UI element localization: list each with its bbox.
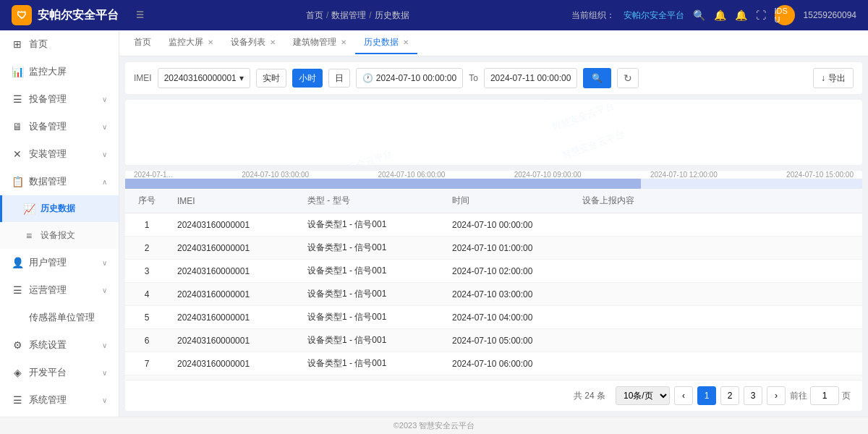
- top-header: 🛡 安帕尔安全平台 ☰ 首页 / 数据管理 / 历史数据 当前组织： 安帕尔安全…: [0, 0, 868, 30]
- cell-type: 设备类型1 - 信号001: [299, 260, 443, 283]
- time-start-input[interactable]: 🕐 2024-07-10 00:00:00: [356, 68, 463, 88]
- sidebar: ⊞ 首页 📊 监控大屏 ☰ 投备管理 ∨ 🖥 设备管理 ∨ ✕ 安装管理 ∨ 📋…: [0, 30, 119, 417]
- cell-seq: 7: [125, 352, 169, 375]
- content-area: 首页 监控大屏 ✕ 设备列表 ✕ 建筑物管理 ✕ 历史数据 ✕ IMEI: [119, 30, 868, 417]
- table-row: 7 202403160000001 设备类型1 - 信号001 2024-07-…: [125, 352, 862, 375]
- cell-content: [574, 306, 862, 329]
- data-arrow: ∧: [102, 178, 107, 186]
- footer-text: ©2023 智慧安全云平台: [393, 421, 475, 430]
- day-btn[interactable]: 日: [328, 69, 350, 88]
- sidebar-item-sysmanage[interactable]: ☰ 系统管理 ∨: [0, 386, 119, 414]
- export-label: 导出: [828, 72, 846, 85]
- page-content: IMEI 202403160000001 ▾ 实时 小时 日 🕐 2024-07…: [119, 56, 868, 417]
- table-row: 1 202403160000001 设备类型1 - 信号001 2024-07-…: [125, 213, 862, 237]
- page-jump-input[interactable]: [810, 386, 839, 405]
- sysmanage-icon: ☰: [12, 394, 23, 406]
- chart-area: 智慧安全云平台智慧安全云平台智慧安全云平台智慧安全云平台 智慧安全云平台智慧安全…: [125, 100, 862, 165]
- breadcrumb-home[interactable]: 首页: [306, 9, 323, 22]
- clock-icon: 🕐: [362, 73, 373, 83]
- sidebar-item-history[interactable]: 📈 历史数据: [0, 195, 119, 222]
- sidebar-item-sensor[interactable]: 传感器单位管理: [0, 304, 119, 331]
- cell-imei: 202403160000001: [169, 306, 299, 329]
- sidebar-item-device[interactable]: 🖥 设备管理 ∨: [0, 113, 119, 140]
- watermark: 智慧安全云平台智慧安全云平台智慧安全云平台智慧安全云平台 智慧安全云平台智慧安全…: [125, 100, 862, 165]
- sidebar-item-install[interactable]: ✕ 安装管理 ∨: [0, 140, 119, 168]
- breadcrumb-sep2: /: [369, 10, 371, 20]
- timeline-handle[interactable]: [125, 179, 641, 189]
- export-button[interactable]: ↓ 导出: [813, 68, 854, 88]
- search-header-icon[interactable]: 🔍: [693, 9, 705, 21]
- history-icon: 📈: [23, 203, 35, 215]
- tab-monitor-close[interactable]: ✕: [208, 38, 213, 46]
- prev-page-btn[interactable]: ‹: [674, 386, 693, 405]
- cell-time: 2024-07-10 05:00:00: [443, 329, 574, 352]
- cell-content: [574, 352, 862, 375]
- page-jump: 前往 页: [790, 386, 851, 405]
- sidebar-item-invest[interactable]: ☰ 投备管理 ∨: [0, 85, 119, 113]
- table-section: 2024-07-1... 2024-07-10 03:00:00 2024-07…: [125, 171, 862, 411]
- data-table: 序号 IMEI 类型 - 型号 时间 设备上报内容 1 202403160000…: [125, 189, 862, 380]
- hour-btn[interactable]: 小时: [292, 69, 323, 88]
- tab-home[interactable]: 首页: [125, 32, 160, 54]
- cell-time: 2024-07-10 02:00:00: [443, 260, 574, 283]
- to-label: To: [469, 73, 478, 83]
- cell-imei: 202403160000001: [169, 260, 299, 283]
- sidebar-item-settings[interactable]: ⚙ 系统设置 ∨: [0, 331, 119, 359]
- tab-building-close[interactable]: ✕: [341, 38, 346, 46]
- timeline-scroll[interactable]: [125, 179, 862, 189]
- user-icon: 👤: [12, 257, 23, 268]
- breadcrumb: 首页 / 数据管理 / 历史数据: [306, 9, 409, 22]
- tab-device-list-close[interactable]: ✕: [270, 38, 276, 46]
- tl-3: 2024-07-10 06:00:00: [378, 171, 445, 179]
- tl-4: 2024-07-10 09:00:00: [514, 171, 582, 179]
- header-menu-icon[interactable]: ☰: [136, 10, 144, 20]
- tab-device-list-label: 设备列表: [231, 36, 265, 48]
- sidebar-item-data[interactable]: 📋 数据管理 ∧: [0, 168, 119, 195]
- devplatform-icon: ◈: [12, 367, 23, 378]
- fullscreen-icon[interactable]: ⛶: [756, 9, 766, 21]
- ops-icon: ☰: [12, 284, 23, 296]
- sidebar-item-report[interactable]: ≡ 设备报文: [0, 222, 119, 249]
- sidebar-label-ops: 运营管理: [29, 284, 67, 297]
- sidebar-item-ops[interactable]: ☰ 运营管理 ∨: [0, 276, 119, 304]
- realtime-btn[interactable]: 实时: [256, 69, 286, 88]
- page-unit: 页: [842, 390, 851, 402]
- sidebar-label-user: 用户管理: [29, 256, 67, 269]
- jump-label: 前往: [790, 390, 807, 402]
- filter-bar: IMEI 202403160000001 ▾ 实时 小时 日 🕐 2024-07…: [125, 62, 862, 94]
- cell-content: [574, 329, 862, 352]
- avatar[interactable]: IDS U: [775, 5, 795, 25]
- sidebar-item-devplatform[interactable]: ◈ 开发平台 ∨: [0, 359, 119, 386]
- page-btn-1[interactable]: 1: [697, 386, 716, 405]
- org-label: 当前组织：: [571, 9, 615, 22]
- col-header-seq: 序号: [125, 189, 169, 213]
- total-count: 共 24 条: [574, 390, 605, 402]
- cell-imei: 202403160000001: [169, 237, 299, 260]
- sidebar-label-report: 设备报文: [41, 229, 75, 242]
- cell-seq: 5: [125, 306, 169, 329]
- sidebar-item-user[interactable]: 👤 用户管理 ∨: [0, 249, 119, 276]
- time-end-input[interactable]: 2024-07-11 00:00:00: [484, 68, 577, 88]
- breadcrumb-data[interactable]: 数据管理: [331, 9, 366, 22]
- sidebar-item-home[interactable]: ⊞ 首页: [0, 30, 119, 58]
- tab-device-list[interactable]: 设备列表 ✕: [222, 32, 284, 54]
- tab-monitor[interactable]: 监控大屏 ✕: [160, 32, 222, 54]
- page-size-select[interactable]: 10条/页 20条/页 50条/页: [616, 386, 670, 405]
- notification-icon[interactable]: 🔔: [735, 9, 747, 21]
- logo-text: 安帕尔安全平台: [38, 8, 119, 23]
- sidebar-item-permission[interactable]: ✕ 权限管理 ∨: [0, 414, 119, 417]
- tab-history-close[interactable]: ✕: [403, 38, 409, 46]
- cell-time: 2024-07-10 00:00:00: [443, 213, 574, 237]
- tab-building[interactable]: 建筑物管理 ✕: [284, 32, 355, 54]
- search-button[interactable]: 🔍: [583, 68, 611, 88]
- next-page-btn[interactable]: ›: [767, 386, 786, 405]
- refresh-button[interactable]: ↻: [617, 68, 639, 88]
- imei-select[interactable]: 202403160000001 ▾: [158, 68, 250, 88]
- bell-icon[interactable]: 🔔: [714, 9, 726, 21]
- page-btn-3[interactable]: 3: [744, 386, 762, 405]
- sidebar-item-monitor[interactable]: 📊 监控大屏: [0, 58, 119, 85]
- cell-content: [574, 260, 862, 283]
- page-btn-2[interactable]: 2: [720, 386, 739, 405]
- imei-dropdown-icon: ▾: [239, 73, 244, 83]
- tab-history[interactable]: 历史数据 ✕: [355, 32, 417, 54]
